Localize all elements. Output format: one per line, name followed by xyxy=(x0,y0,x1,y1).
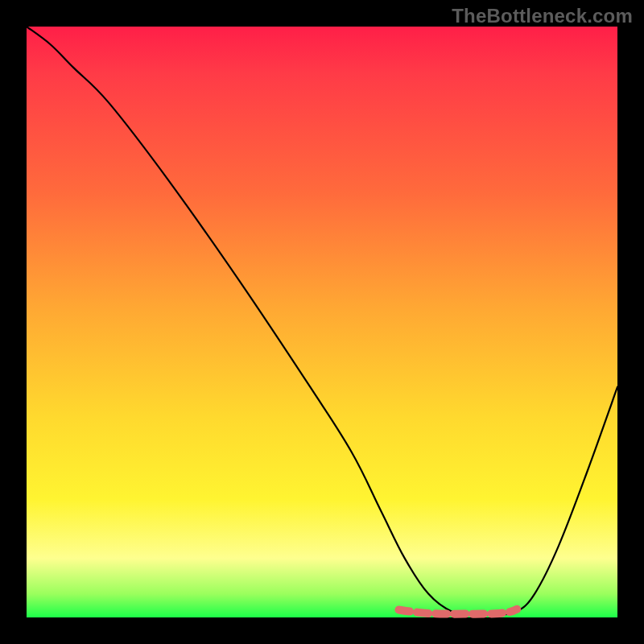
chart-frame: TheBottleneck.com xyxy=(0,0,644,644)
watermark-text: TheBottleneck.com xyxy=(452,5,633,27)
optimal-zone-highlight xyxy=(398,609,517,614)
bottleneck-curve xyxy=(27,27,617,615)
plot-svg xyxy=(27,27,617,617)
plot-area xyxy=(27,27,617,617)
